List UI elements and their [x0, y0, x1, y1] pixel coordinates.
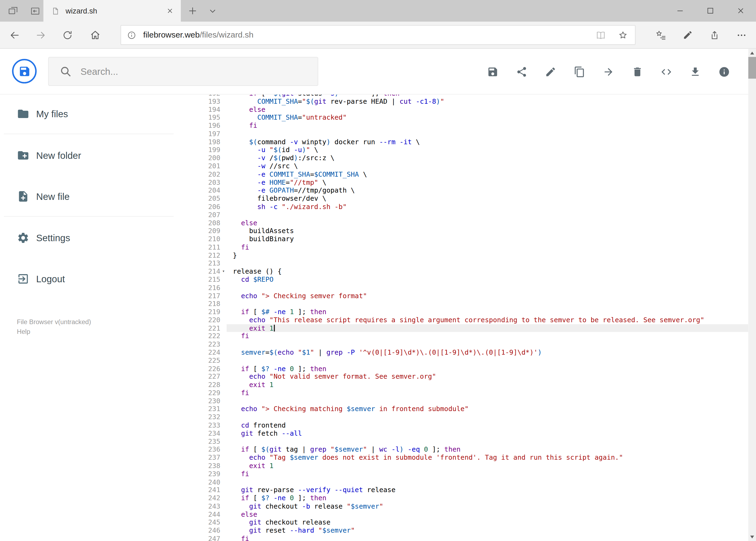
- code-text[interactable]: echo "Tag $semver does not exist in subm…: [227, 453, 748, 462]
- code-text[interactable]: fi: [227, 470, 748, 478]
- code-line[interactable]: 221 exit 1: [193, 324, 748, 332]
- code-text[interactable]: echo "Not valid semver format. See semve…: [227, 373, 748, 381]
- code-text[interactable]: [227, 300, 748, 308]
- download-button[interactable]: [690, 66, 701, 78]
- hub-button[interactable]: [647, 22, 674, 48]
- window-minimize-button[interactable]: [665, 0, 695, 22]
- sidebar-item-new-folder[interactable]: New folder: [0, 145, 183, 166]
- code-line[interactable]: 243 git checkout -b release "$semver": [193, 502, 748, 510]
- code-text[interactable]: [227, 478, 748, 486]
- code-text[interactable]: git fetch --all: [227, 429, 748, 437]
- refresh-button[interactable]: [59, 22, 76, 48]
- code-line[interactable]: 246 git reset --hard "$semver": [193, 526, 748, 535]
- code-line[interactable]: 202 -e COMMIT_SHA=$COMMIT_SHA \: [193, 170, 748, 178]
- code-text[interactable]: echo "This release script requires a sin…: [227, 316, 748, 324]
- favorite-star-button[interactable]: [618, 30, 628, 40]
- browser-menu-button[interactable]: [728, 22, 755, 48]
- code-text[interactable]: filebrowser/dev \: [227, 195, 748, 203]
- scroll-down-button[interactable]: [748, 533, 756, 541]
- code-text[interactable]: else: [227, 105, 748, 114]
- browser-tab[interactable]: wizard.sh: [44, 0, 181, 22]
- code-line[interactable]: 207: [193, 211, 748, 219]
- code-line[interactable]: 214▾release () {: [193, 268, 748, 275]
- code-line[interactable]: 228 exit 1: [193, 381, 748, 389]
- code-text[interactable]: [227, 397, 748, 405]
- code-text[interactable]: fi: [227, 243, 748, 251]
- code-text[interactable]: -v /$(pwd):/src:z \: [227, 154, 748, 162]
- code-line[interactable]: 217 echo "> Checking semver format": [193, 292, 748, 300]
- code-text[interactable]: -e GOPATH=//tmp/gopath \: [227, 186, 748, 195]
- code-line[interactable]: 220 echo "This release script requires a…: [193, 316, 748, 324]
- share-page-button[interactable]: [701, 22, 728, 48]
- move-button[interactable]: [603, 66, 614, 78]
- code-text[interactable]: echo "> Checking semver format": [227, 292, 748, 300]
- code-text[interactable]: fi: [227, 122, 748, 130]
- info-button[interactable]: [718, 66, 730, 78]
- code-text[interactable]: cd frontend: [227, 421, 748, 429]
- code-line[interactable]: 232: [193, 413, 748, 421]
- filebrowser-logo[interactable]: [12, 59, 37, 84]
- code-text[interactable]: cd $REPO: [227, 275, 748, 283]
- address-bar[interactable]: filebrowser.web/files/wizard.sh: [121, 25, 635, 45]
- code-text[interactable]: [227, 259, 748, 268]
- code-line[interactable]: 229 fi: [193, 389, 748, 397]
- code-text[interactable]: COMMIT_SHA="$(git rev-parse HEAD | cut -…: [227, 97, 748, 105]
- home-button[interactable]: [87, 22, 104, 48]
- code-line[interactable]: 198 $(command -v winpty) docker run --rm…: [193, 138, 748, 146]
- forward-button[interactable]: [33, 22, 49, 48]
- code-text[interactable]: exit 1: [227, 324, 748, 332]
- code-line[interactable]: 225: [193, 356, 748, 365]
- code-line[interactable]: 244 else: [193, 510, 748, 518]
- code-text[interactable]: fi: [227, 535, 748, 541]
- code-line[interactable]: 238 exit 1: [193, 462, 748, 470]
- code-text[interactable]: if [ "$(git status -s)" == "" ]; then: [227, 95, 748, 97]
- sidebar-item-logout[interactable]: Logout: [0, 268, 183, 289]
- scroll-up-button[interactable]: [748, 49, 756, 57]
- code-text[interactable]: git reset --hard "$semver": [227, 526, 748, 535]
- code-text[interactable]: sh -c "./wizard.sh -b": [227, 203, 748, 211]
- code-text[interactable]: fi: [227, 389, 748, 397]
- code-line[interactable]: 199 -u "$(id -u)" \: [193, 146, 748, 154]
- code-text[interactable]: -e COMMIT_SHA=$COMMIT_SHA \: [227, 170, 748, 178]
- code-line[interactable]: 216: [193, 283, 748, 292]
- copy-button[interactable]: [574, 66, 586, 78]
- code-line[interactable]: 223: [193, 340, 748, 348]
- tabs-restore-button[interactable]: [29, 4, 41, 18]
- code-line[interactable]: 237 echo "Tag $semver does not exist in …: [193, 453, 748, 462]
- code-line[interactable]: 192 if [ "$(git status -s)" == "" ]; the…: [193, 95, 748, 97]
- code-line[interactable]: 218: [193, 300, 748, 308]
- source-button[interactable]: [660, 66, 672, 78]
- code-line[interactable]: 219 if [ $# -ne 1 ]; then: [193, 308, 748, 316]
- code-text[interactable]: }: [227, 251, 748, 259]
- tabs-aside-button[interactable]: [7, 4, 19, 18]
- code-line[interactable]: 209 buildAssets: [193, 227, 748, 235]
- code-editor[interactable]: 192 if [ "$(git status -s)" == "" ]; the…: [193, 95, 748, 541]
- code-line[interactable]: 226 if [ $? -ne 0 ]; then: [193, 365, 748, 373]
- code-text[interactable]: [227, 283, 748, 292]
- tab-list-chevron-icon[interactable]: [206, 0, 219, 22]
- code-line[interactable]: 247 fi: [193, 535, 748, 541]
- code-text[interactable]: buildBinary: [227, 235, 748, 243]
- code-line[interactable]: 204 -e GOPATH=//tmp/gopath \: [193, 186, 748, 195]
- code-line[interactable]: 195 COMMIT_SHA="untracked": [193, 114, 748, 122]
- window-close-button[interactable]: [726, 0, 756, 22]
- code-text[interactable]: git checkout release: [227, 518, 748, 526]
- code-line[interactable]: 208 else: [193, 219, 748, 227]
- code-line[interactable]: 224 semver=$(echo "$1" | grep -P '^v(0|[…: [193, 348, 748, 356]
- code-line[interactable]: 197: [193, 130, 748, 138]
- save-button[interactable]: [487, 66, 499, 78]
- code-text[interactable]: COMMIT_SHA="untracked": [227, 114, 748, 122]
- code-line[interactable]: 206 sh -c "./wizard.sh -b": [193, 203, 748, 211]
- web-note-button[interactable]: [674, 22, 701, 48]
- code-text[interactable]: [227, 437, 748, 446]
- sidebar-item-settings[interactable]: Settings: [0, 227, 183, 249]
- code-line[interactable]: 239 fi: [193, 470, 748, 478]
- code-text[interactable]: if [ $(git tag | grep "$semver" | wc -l)…: [227, 446, 748, 454]
- window-maximize-button[interactable]: [695, 0, 726, 22]
- code-text[interactable]: if [ $? -ne 0 ]; then: [227, 365, 748, 373]
- share-button[interactable]: [516, 66, 527, 78]
- code-text[interactable]: [227, 130, 748, 138]
- search-box[interactable]: Search...: [48, 57, 318, 86]
- code-text[interactable]: -e HOME="//tmp" \: [227, 178, 748, 186]
- reading-view-button[interactable]: [596, 30, 606, 40]
